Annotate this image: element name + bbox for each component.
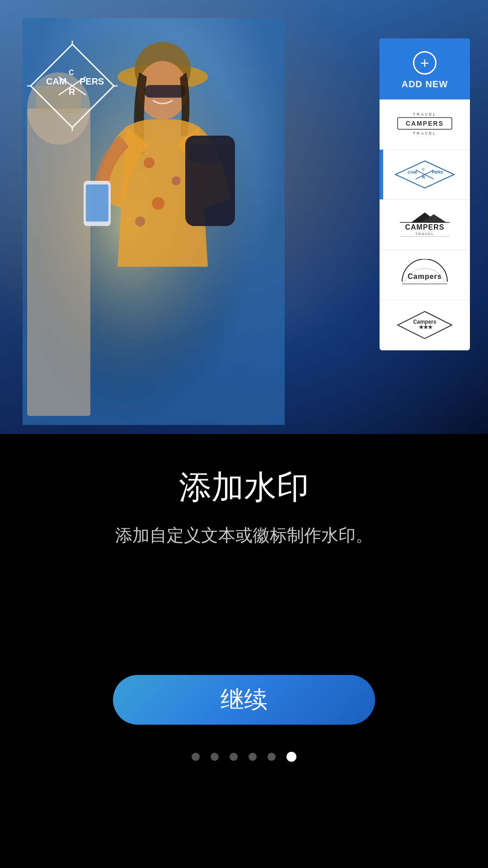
continue-button[interactable]: 继续 [113,675,375,725]
subtitle-text: 添加自定义文本或徽标制作水印。 [115,523,373,548]
logo-item-2[interactable]: CAM PERS R C [380,150,470,200]
logo-item-1[interactable]: TRAVEL CAMPERS TRAVEL [380,99,470,150]
svg-text:TRAVEL: TRAVEL [413,131,436,136]
svg-text:CAM: CAM [408,170,417,175]
dot-6-active [286,752,296,762]
svg-text:R: R [69,87,75,97]
svg-text:CAMPERS: CAMPERS [406,120,444,127]
svg-text:Campers: Campers [408,273,441,280]
svg-text:PERS: PERS [80,76,104,86]
main-title: 添加水印 [179,466,309,509]
svg-text:CAMPERS: CAMPERS [405,223,444,231]
logo-item-5[interactable]: Campers ★ ★ ★ [380,300,470,350]
logo-item-4[interactable]: Campers [380,250,470,300]
dot-5 [267,753,276,761]
svg-text:TRAVEL: TRAVEL [415,232,435,236]
svg-text:R: R [422,175,425,179]
svg-rect-2 [27,108,90,416]
logo-item-3[interactable]: CAMPERS TRAVEL [380,200,470,250]
svg-text:C: C [69,69,74,76]
svg-point-10 [172,176,181,185]
logo-selection-panel: + ADD NEW TRAVEL CAMPERS TRAVEL CAM PERS… [380,38,470,350]
dot-3 [230,753,238,761]
svg-point-12 [135,217,145,226]
svg-text:★: ★ [427,323,433,330]
add-new-button[interactable]: + ADD NEW [380,38,470,99]
image-section: CAM PERS R C + ADD NEW TRAVEL CAMPERS TR… [0,0,488,434]
svg-point-9 [144,157,155,168]
svg-text:PERS: PERS [432,170,443,175]
svg-rect-14 [190,145,230,163]
campers-logo-overlay: CAM PERS R C [27,41,117,131]
svg-text:CAM: CAM [46,76,67,86]
svg-rect-16 [86,184,108,222]
svg-point-11 [152,197,164,210]
svg-text:C: C [422,167,425,171]
svg-text:TRAVEL: TRAVEL [413,112,436,117]
dot-1 [192,753,200,761]
dot-2 [211,753,219,761]
bottom-section: 添加水印 添加自定义文本或徽标制作水印。 继续 [0,434,488,762]
plus-icon: + [420,55,429,71]
svg-rect-8 [145,85,185,98]
plus-circle-icon: + [413,51,436,75]
page-indicators [192,752,296,762]
add-new-label: ADD NEW [402,79,448,90]
dot-4 [249,753,257,761]
